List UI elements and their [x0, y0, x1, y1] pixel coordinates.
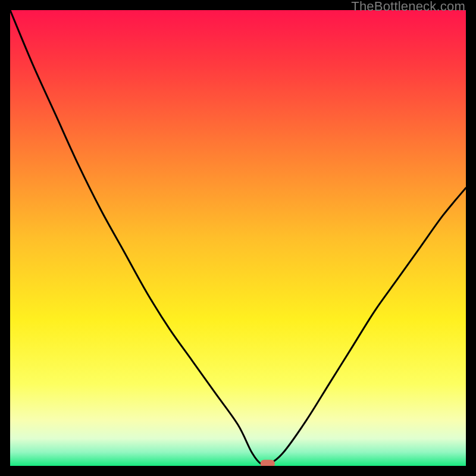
- watermark-label: TheBottleneck.com: [351, 0, 465, 14]
- optimal-marker: [261, 460, 275, 466]
- bottleneck-chart: [10, 10, 466, 466]
- gradient-background: [10, 10, 466, 466]
